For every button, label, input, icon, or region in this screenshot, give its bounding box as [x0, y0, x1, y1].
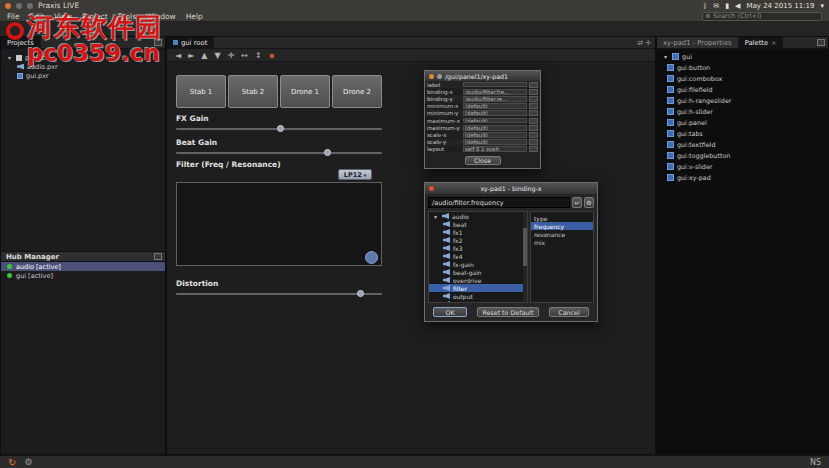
tree-item-filter-selected[interactable]: filter [429, 284, 527, 292]
resize-vertical-icon[interactable]: ↕ [255, 49, 262, 61]
float-window-icon[interactable]: ✛ [645, 39, 651, 47]
tree-root-audio[interactable]: ▾ audio [429, 212, 527, 220]
property-value-field[interactable]: (default) [463, 118, 527, 124]
port-item[interactable]: type [531, 214, 593, 222]
port-list[interactable]: type frequency resonance mix [530, 211, 594, 303]
menu-tools[interactable]: Tools [118, 12, 136, 21]
property-value-field[interactable]: /audio/filter.fre... [463, 89, 527, 95]
scrollbar[interactable] [523, 212, 527, 302]
tree-item[interactable]: overdrive [429, 276, 527, 284]
palette-item-v-slider[interactable]: gui:v-slider [667, 161, 748, 172]
menu-view[interactable]: View [54, 12, 72, 21]
beat-gain-slider[interactable] [176, 152, 382, 154]
tree-item[interactable]: output [429, 292, 527, 300]
drone2-button[interactable]: Drone 2 [332, 75, 382, 108]
edit-property-button[interactable] [529, 125, 538, 131]
menu-window[interactable]: Window [146, 12, 176, 21]
menu-edit[interactable]: Edit [30, 12, 45, 21]
go-forward-icon[interactable]: ► [188, 49, 194, 61]
binding-dialog-titlebar[interactable]: xy-pad1 - binding-x [425, 183, 597, 194]
xy-pad-handle[interactable] [365, 251, 378, 264]
edit-property-button[interactable] [529, 139, 538, 145]
beat-gain-slider-handle[interactable] [324, 149, 331, 156]
edit-property-button[interactable] [529, 82, 538, 88]
minimize-panel-icon[interactable] [154, 39, 162, 46]
port-item-frequency-selected[interactable]: frequency [531, 222, 593, 230]
palette-root-node[interactable]: ▾ gui [657, 52, 828, 61]
apply-icon[interactable]: ↩ [572, 197, 582, 208]
move-down-icon[interactable]: ▼ [214, 49, 220, 61]
tree-item[interactable]: fx1 [429, 228, 527, 236]
property-value-field[interactable]: (default) [463, 103, 527, 109]
tab-xy-pad1-properties[interactable]: xy-pad1 - Properties [657, 37, 739, 48]
palette-item-filefield[interactable]: gui:filefield [667, 84, 748, 95]
window-pin-icon[interactable] [437, 74, 442, 79]
properties-window-titlebar[interactable]: /gui/panel1/xy-pad1 [425, 71, 540, 81]
palette-item-combobox[interactable]: gui:combobox [667, 73, 748, 84]
minimize-panel-icon[interactable] [817, 39, 825, 46]
tree-item[interactable]: fx2 [429, 236, 527, 244]
filter-xy-pad[interactable] [176, 182, 382, 266]
tab-gui-root[interactable]: gui root [167, 37, 214, 48]
palette-item-button[interactable]: gui:button [667, 62, 748, 73]
record-icon[interactable]: ▪ [269, 49, 274, 61]
palette-item-togglebutton[interactable]: gui:togglebutton [667, 150, 748, 161]
edit-property-button[interactable] [529, 103, 538, 109]
property-value-field[interactable]: (default) [463, 132, 527, 138]
drone1-button[interactable]: Drone 1 [280, 75, 330, 108]
tree-item-gui-pxr[interactable]: gui.pxr [1, 71, 165, 80]
port-item[interactable]: mix [531, 238, 593, 246]
edit-property-button[interactable] [529, 146, 538, 152]
palette-item-h-rangeslider[interactable]: gui:h-rangeslider [667, 95, 748, 106]
project-root-node[interactable]: ▾ project [1, 53, 165, 62]
edit-property-button[interactable] [529, 118, 538, 124]
property-value-field[interactable]: (default) [463, 139, 527, 145]
close-tab-icon[interactable]: × [771, 39, 776, 46]
edit-property-button[interactable] [529, 96, 538, 102]
menu-file[interactable]: File [7, 12, 20, 21]
search-input[interactable]: Search (Ctrl+I) [702, 12, 822, 21]
tree-item[interactable]: beat [429, 220, 527, 228]
tree-item[interactable]: beat-gain [429, 268, 527, 276]
palette-item-tabs[interactable]: gui:tabs [667, 128, 748, 139]
resize-horizontal-icon[interactable]: ↔ [241, 49, 248, 61]
refresh-icon[interactable]: ↻ [8, 456, 16, 468]
menu-project[interactable]: Project [82, 12, 108, 21]
port-item[interactable]: resonance [531, 230, 593, 238]
window-close-icon[interactable] [429, 186, 434, 191]
tree-item[interactable]: fx-gain [429, 260, 527, 268]
hub-manager-header[interactable]: Hub Manager [1, 251, 165, 262]
palette-item-h-slider[interactable]: gui:h-slider [667, 106, 748, 117]
menu-help[interactable]: Help [186, 12, 203, 21]
property-value-field[interactable]: self 0 1 push [463, 146, 527, 152]
property-value-field[interactable] [463, 82, 527, 88]
property-value-field[interactable]: (default) [463, 110, 527, 116]
go-back-icon[interactable]: ◄ [175, 49, 181, 61]
settings-icon[interactable]: ⚙ [584, 197, 594, 208]
dock-arrows-icon[interactable]: ⇄ [637, 39, 643, 47]
battery-icon[interactable]: ▮ [725, 2, 729, 10]
bluetooth-icon[interactable]: ᛒ [703, 2, 707, 10]
address-input[interactable]: /audio/filter.frequency [428, 197, 570, 208]
distortion-slider[interactable] [176, 293, 382, 295]
volume-icon[interactable]: ◀ [735, 2, 740, 10]
tab-projects[interactable]: Projects [1, 37, 41, 48]
tree-item[interactable]: fx4 [429, 252, 527, 260]
tree-item-audio-pxr[interactable]: audio.pxr [1, 62, 165, 71]
gear-icon[interactable]: ⚙ [24, 456, 32, 468]
expand-arrow-icon[interactable]: ▾ [662, 53, 669, 60]
window-maximize-button[interactable] [27, 3, 33, 9]
minimize-hub-icon[interactable] [154, 253, 162, 260]
move-up-icon[interactable]: ▲ [201, 49, 207, 61]
edit-property-button[interactable] [529, 132, 538, 138]
stab1-button[interactable]: Stab 1 [176, 75, 226, 108]
ok-button[interactable]: OK [433, 307, 467, 317]
window-minimize-button[interactable] [16, 3, 22, 9]
scrollbar-thumb[interactable] [523, 228, 527, 266]
component-tree[interactable]: ▾ audio beat fx1 fx2 fx3 fx4 fx-gain bea… [428, 211, 528, 303]
window-close-button[interactable] [5, 3, 11, 9]
window-close-icon[interactable] [429, 74, 434, 79]
mail-icon[interactable]: ✉ [713, 2, 719, 10]
expand-arrow-icon[interactable]: ▾ [6, 54, 13, 61]
stab2-button[interactable]: Stab 2 [228, 75, 278, 108]
